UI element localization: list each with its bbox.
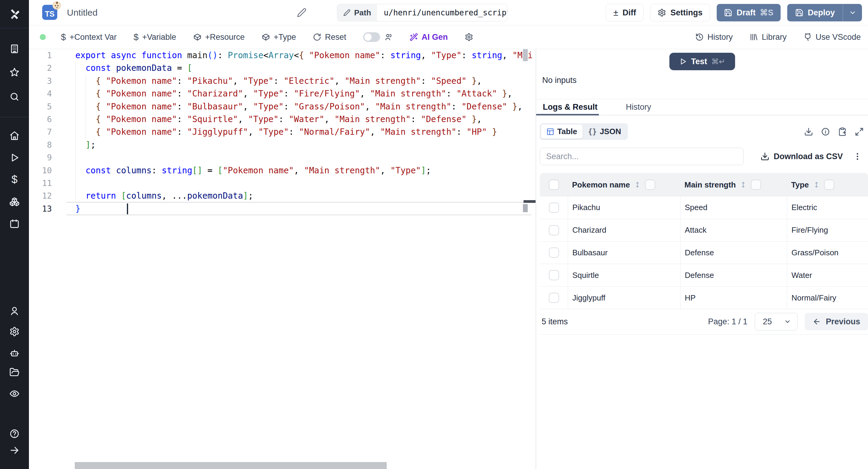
editor-horizontal-scrollbar[interactable] xyxy=(75,462,387,469)
sidebar-item-schedules[interactable] xyxy=(0,214,29,233)
code-line[interactable]: { "Pokemon name": "Charizard", "Type": "… xyxy=(75,87,535,100)
table-row[interactable]: JigglypuffHPNormal/Fairy xyxy=(540,287,868,309)
deploy-button[interactable]: Deploy xyxy=(787,4,843,22)
code-line[interactable] xyxy=(75,177,535,190)
sort-icon[interactable] xyxy=(813,181,820,189)
use-vscode-button[interactable]: Use VScode xyxy=(804,33,861,42)
code-editor[interactable]: 12345678910111213 export async function … xyxy=(29,49,535,469)
diff-button[interactable]: ± Diff xyxy=(606,4,644,22)
column-filter-pill[interactable] xyxy=(645,180,655,190)
draft-button[interactable]: Draft ⌘S xyxy=(717,4,781,22)
library-label: Library xyxy=(762,33,786,42)
expand-icon[interactable] xyxy=(855,127,864,136)
code-content[interactable]: export async function main(): Promise<Ar… xyxy=(75,49,535,462)
view-table-button[interactable]: Table xyxy=(541,124,583,139)
column-filter-pill[interactable] xyxy=(751,180,761,190)
library-button[interactable]: Library xyxy=(749,33,786,42)
code-line[interactable]: { "Pokemon name": "Pikachu", "Type": "El… xyxy=(75,75,535,87)
page-indicator: Page: 1 / 1 xyxy=(708,317,747,326)
sidebar-item-workspaces[interactable] xyxy=(0,39,29,59)
history-button[interactable]: History xyxy=(695,33,733,42)
sidebar-item-settings[interactable] xyxy=(0,322,29,341)
column-filter-pill[interactable] xyxy=(824,180,834,190)
search-icon xyxy=(9,92,20,102)
sidebar-item-home[interactable] xyxy=(0,126,29,145)
ai-gen-label: AI Gen xyxy=(422,33,448,42)
copy-to-clipboard-icon[interactable] xyxy=(838,127,847,136)
editor-settings-button[interactable] xyxy=(465,33,473,41)
info-icon[interactable] xyxy=(821,127,830,136)
sidebar-item-favorites[interactable] xyxy=(0,63,29,82)
more-options-button[interactable] xyxy=(853,152,862,161)
panel-splitter[interactable] xyxy=(535,49,536,469)
code-line[interactable]: { "Pokemon name": "Jigglypuff", "Type": … xyxy=(75,126,535,138)
sidebar-item-workers[interactable] xyxy=(0,343,29,363)
sidebar-item-resources[interactable] xyxy=(0,192,29,211)
script-path-field[interactable]: Path u/henri/unencumbered_script xyxy=(337,4,507,22)
table-cell: Normal/Fairy xyxy=(787,287,868,309)
sort-icon[interactable] xyxy=(740,181,747,189)
reset-button[interactable]: Reset xyxy=(313,33,346,42)
sidebar-item-runs[interactable] xyxy=(0,148,29,167)
result-search-input[interactable] xyxy=(540,148,744,165)
row-checkbox[interactable] xyxy=(549,225,559,236)
code-line[interactable]: { "Pokemon name": "Squirtle", "Type": "W… xyxy=(75,113,535,126)
table-row[interactable]: SquirtleDefenseWater xyxy=(540,264,868,287)
row-checkbox[interactable] xyxy=(549,202,559,213)
path-value: u/henri/unencumbered_script xyxy=(377,4,507,21)
code-line[interactable]: ]; xyxy=(75,139,535,151)
tab-logs-result[interactable]: Logs & Result xyxy=(536,102,604,112)
download-csv-button[interactable]: Download as CSV xyxy=(761,152,843,161)
add-context-var-button[interactable]: $ +Context Var xyxy=(61,32,117,42)
editor-vertical-scrollbar[interactable] xyxy=(523,49,528,61)
select-all-checkbox[interactable] xyxy=(549,180,559,190)
code-line[interactable]: const pokemonData = [ xyxy=(75,62,535,74)
line-number: 7 xyxy=(29,126,65,138)
sidebar-item-folders[interactable] xyxy=(0,363,29,382)
row-checkbox[interactable] xyxy=(549,247,559,258)
code-line[interactable]: } xyxy=(75,202,535,215)
sidebar-item-expand[interactable] xyxy=(0,441,29,460)
sidebar-item-users[interactable] xyxy=(0,302,29,321)
table-header-row: Pokemon name Main strength Type xyxy=(540,173,868,196)
help-circle-icon xyxy=(9,429,20,439)
result-tabs: Logs & Result History xyxy=(536,99,868,115)
settings-button[interactable]: Settings xyxy=(650,4,710,22)
ai-gen-button[interactable]: AI Gen xyxy=(410,33,448,42)
braces-icon: {} xyxy=(588,127,597,136)
diff-mode-toggle[interactable] xyxy=(363,32,380,42)
add-type-button[interactable]: +Type xyxy=(261,33,296,42)
sort-icon[interactable] xyxy=(634,181,641,189)
line-number: 11 xyxy=(29,177,65,190)
sidebar-item-variables[interactable]: $ xyxy=(0,170,29,189)
multiplayer-button[interactable] xyxy=(384,33,393,41)
code-line[interactable] xyxy=(75,151,535,164)
previous-page-button[interactable]: Previous xyxy=(805,313,868,330)
code-line[interactable]: { "Pokemon name": "Bulbasaur", "Type": "… xyxy=(75,100,535,113)
sidebar-item-search[interactable] xyxy=(0,87,29,106)
add-variable-button[interactable]: $ +Variable xyxy=(133,32,176,42)
sidebar-item-audit-logs[interactable] xyxy=(0,384,29,403)
page-title: Untitled xyxy=(67,0,98,25)
table-row[interactable]: CharizardAttackFire/Flying xyxy=(540,219,868,242)
gear-icon xyxy=(465,33,473,41)
row-checkbox[interactable] xyxy=(549,270,559,280)
line-numbers-gutter: 12345678910111213 xyxy=(29,49,65,462)
code-line[interactable]: const columns: string[] = ["Pokemon name… xyxy=(75,164,535,177)
view-json-button[interactable]: {} JSON xyxy=(583,124,627,139)
windmill-logo[interactable] xyxy=(0,0,29,28)
column-header-type: Type xyxy=(791,180,809,190)
code-line[interactable]: return [columns, ...pokemonData]; xyxy=(75,190,535,202)
test-button[interactable]: Test ⌘↵ xyxy=(670,53,735,70)
row-checkbox[interactable] xyxy=(549,293,559,303)
active-tab-underline xyxy=(536,114,599,116)
edit-title-icon[interactable] xyxy=(297,8,307,18)
add-resource-button[interactable]: +Resource xyxy=(193,33,245,42)
code-line[interactable]: export async function main(): Promise<Ar… xyxy=(75,49,535,62)
deploy-dropdown-button[interactable] xyxy=(843,4,862,22)
table-row[interactable]: PikachuSpeedElectric xyxy=(540,196,868,219)
download-icon[interactable] xyxy=(804,127,813,136)
page-size-select[interactable]: 25 xyxy=(755,313,798,330)
tab-history[interactable]: History xyxy=(619,102,658,112)
table-row[interactable]: BulbasaurDefenseGrass/Poison xyxy=(540,242,868,264)
